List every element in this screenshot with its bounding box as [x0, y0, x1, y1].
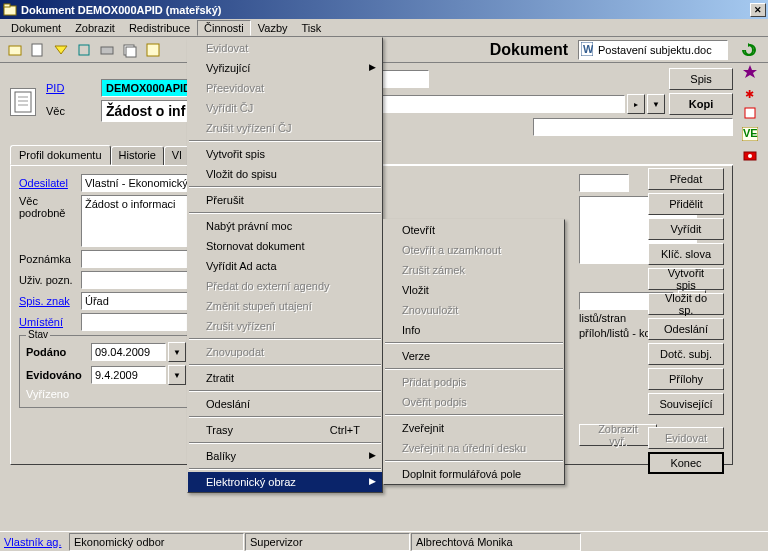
tab-historie[interactable]: Historie	[111, 146, 164, 166]
toolbar-btn-6[interactable]	[119, 39, 141, 61]
vyrizeno-label: Vyřízeno	[26, 388, 91, 400]
menu-item: Evidovat	[188, 38, 382, 58]
supervizor-cell: Supervizor	[245, 533, 410, 551]
menu-item: Přidat podpis	[384, 372, 564, 392]
podano-dropdown[interactable]: ▼	[168, 342, 186, 362]
svg-rect-2	[9, 46, 21, 55]
btn-evidovat[interactable]: Evidovat	[648, 427, 724, 449]
menu-zobrazit[interactable]: Zobrazit	[68, 20, 122, 36]
menu-item[interactable]: Vložit	[384, 280, 564, 300]
umisteni-label[interactable]: Umístění	[19, 316, 81, 328]
menu-item: Předat do externí agendy	[188, 276, 382, 296]
btn-klic-slova[interactable]: Klíč. slova	[648, 243, 724, 265]
right-button-column: Předat Přidělit Vyřídit Klíč. slova Vytv…	[648, 168, 724, 474]
poznamka-label: Poznámka	[19, 253, 81, 265]
menu-item[interactable]: Info	[384, 320, 564, 340]
stav-legend: Stav	[26, 329, 50, 340]
menu-item: Zrušit vyřízení	[188, 316, 382, 336]
pid-label[interactable]: PID	[46, 82, 101, 94]
kopie-button[interactable]: Kopi	[669, 93, 733, 115]
app-icon	[2, 2, 18, 18]
word-doc-icon: W	[581, 42, 595, 58]
toolbar-btn-1[interactable]	[4, 39, 26, 61]
svg-rect-1	[4, 4, 10, 7]
zobrazit-vyr-button[interactable]: Zobrazit vyř.	[579, 424, 657, 446]
menu-item[interactable]: Otevřít	[384, 220, 564, 240]
toolbar-btn-3[interactable]	[50, 39, 72, 61]
vlastnik-label[interactable]: Vlastník ag.	[4, 536, 69, 548]
toolbar-btn-4[interactable]	[73, 39, 95, 61]
header-dropdown-button[interactable]: ▼	[647, 94, 665, 114]
menu-item[interactable]: Ztratit	[188, 368, 382, 388]
menu-item[interactable]: Přerušit	[188, 190, 382, 210]
menu-item: Zveřejnit na úřední desku	[384, 438, 564, 458]
menu-item[interactable]: Vyřizující▶	[188, 58, 382, 78]
btn-pridelit[interactable]: Přidělit	[648, 193, 724, 215]
document-name: Postavení subjektu.doc	[598, 44, 712, 56]
btn-vyridit[interactable]: Vyřídit	[648, 218, 724, 240]
menu-item[interactable]: Verze	[384, 346, 564, 366]
tab-vl[interactable]: Vl	[164, 146, 190, 166]
btn-souvisejici[interactable]: Související	[648, 393, 724, 415]
svg-rect-20	[15, 92, 31, 112]
menu-item[interactable]: Vytvořit spis	[188, 144, 382, 164]
btn-konec[interactable]: Konec	[648, 452, 724, 474]
btn-vlozit-do-sp[interactable]: Vložit do sp.	[648, 293, 724, 315]
header-next-button[interactable]: ▸	[627, 94, 645, 114]
menu-vazby[interactable]: Vazby	[251, 20, 295, 36]
menu-item: Změnit stupeň utajení	[188, 296, 382, 316]
evidovano-label: Evidováno	[26, 369, 91, 381]
menu-item: Přeevidovat	[188, 78, 382, 98]
header-field-3[interactable]	[533, 118, 733, 136]
btn-prilohy[interactable]: Přílohy	[648, 368, 724, 390]
evidovano-field[interactable]: 9.4.2009	[91, 366, 166, 384]
document-name-field[interactable]: W Postavení subjektu.doc	[578, 40, 728, 60]
spis-znak-label[interactable]: Spis. znak	[19, 295, 81, 307]
podano-field[interactable]: 09.04.2009	[91, 343, 166, 361]
btn-vytvorit-spis[interactable]: Vytvořit spis	[648, 268, 724, 290]
mid-field-1[interactable]	[579, 174, 629, 192]
menu-cinnosti[interactable]: Činnosti	[197, 20, 251, 36]
svg-marker-4	[55, 46, 67, 54]
svg-text:W: W	[583, 43, 593, 55]
svg-rect-9	[147, 44, 159, 56]
menu-item[interactable]: Elektronický obraz▶	[188, 472, 382, 492]
menu-item: Zrušit zámek	[384, 260, 564, 280]
menu-item[interactable]: TrasyCtrl+T	[188, 420, 382, 440]
listu-label: listů/stran	[579, 312, 639, 324]
pid-value: DEMOX000APID	[101, 79, 201, 97]
btn-predat[interactable]: Předat	[648, 168, 724, 190]
odesilatel-label[interactable]: Odesilatel	[19, 177, 81, 189]
menu-item: Znovupodat	[188, 342, 382, 362]
menu-redistribuce[interactable]: Redistribuce	[122, 20, 197, 36]
menu-item[interactable]: Zveřejnit	[384, 418, 564, 438]
menu-item[interactable]: Odeslání	[188, 394, 382, 414]
user-cell: Albrechtová Monika	[411, 533, 581, 551]
submenu-elektronicky-obraz: OtevřítOtevřít a uzamknoutZrušit zámekVl…	[383, 219, 565, 485]
menu-item[interactable]: Doplnit formulářová pole	[384, 464, 564, 484]
menu-tisk[interactable]: Tisk	[295, 20, 329, 36]
menu-dokument[interactable]: Dokument	[4, 20, 68, 36]
toolbar-btn-2[interactable]	[27, 39, 49, 61]
menu-item[interactable]: Balíky▶	[188, 446, 382, 466]
podano-label: Podáno	[26, 346, 91, 358]
menu-item[interactable]: Vložit do spisu	[188, 164, 382, 184]
menu-item: Vyřídit ČJ	[188, 98, 382, 118]
menu-item[interactable]: Nabýt právní moc	[188, 216, 382, 236]
menu-item[interactable]: Vyřídit Ad acta	[188, 256, 382, 276]
spis-button[interactable]: Spis	[669, 68, 733, 90]
toolbar-btn-5[interactable]	[96, 39, 118, 61]
dokument-header-label: Dokument	[490, 41, 568, 59]
btn-odeslani[interactable]: Odeslání	[648, 318, 724, 340]
vlastnik-value: Ekonomický odbor	[69, 533, 244, 551]
menu-item: Otevřít a uzamknout	[384, 240, 564, 260]
svg-rect-3	[32, 44, 42, 56]
btn-dotc-subj[interactable]: Dotč. subj.	[648, 343, 724, 365]
tab-profil[interactable]: Profil dokumentu	[10, 145, 111, 165]
close-icon[interactable]: ✕	[750, 3, 766, 17]
evidovano-dropdown[interactable]: ▼	[168, 365, 186, 385]
toolbar-btn-7[interactable]	[142, 39, 164, 61]
menu-cinnosti-dropdown: EvidovatVyřizující▶PřeevidovatVyřídit ČJ…	[187, 37, 383, 493]
rtool-refresh-icon[interactable]	[740, 40, 760, 60]
menu-item[interactable]: Stornovat dokument	[188, 236, 382, 256]
